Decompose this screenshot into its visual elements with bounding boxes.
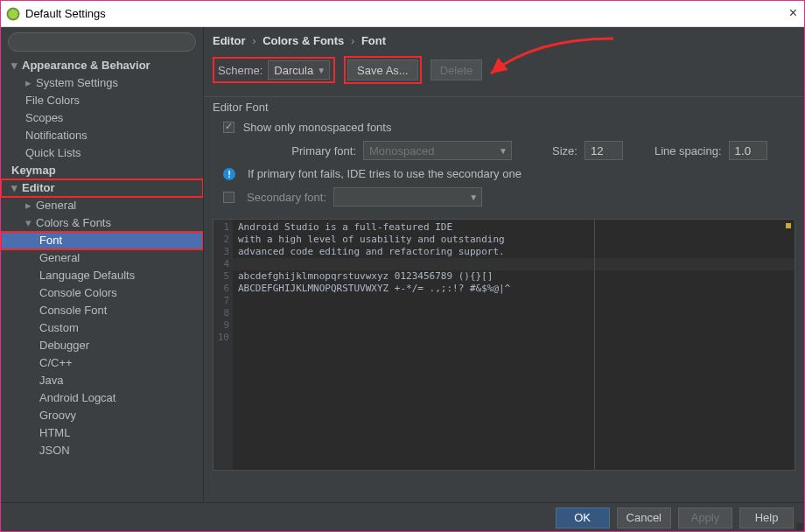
font-preview: 12345678910 Android Studio is a full-fea… bbox=[213, 219, 795, 471]
tree-item-label: Console Colors bbox=[39, 286, 117, 299]
tree-item-html[interactable]: HTML bbox=[1, 424, 203, 442]
tree-item-label: JSON bbox=[39, 444, 70, 457]
dialog-footer: OK Cancel Apply Help bbox=[1, 502, 804, 532]
tree-item-label: Quick Lists bbox=[25, 146, 81, 159]
tree-item-console-colors[interactable]: Console Colors bbox=[1, 284, 203, 302]
monospaced-checkbox[interactable] bbox=[223, 122, 234, 133]
monospaced-label: Show only monospaced fonts bbox=[243, 121, 392, 134]
caret-down-icon: ▼ bbox=[499, 146, 508, 156]
size-input[interactable] bbox=[584, 141, 623, 160]
preview-line: advanced code editing and refactoring su… bbox=[238, 246, 794, 258]
tree-item-groovy[interactable]: Groovy bbox=[1, 407, 203, 424]
tree-item-keymap[interactable]: Keymap bbox=[1, 162, 203, 179]
tree-item-appearance-behavior[interactable]: ▾Appearance & Behavior bbox=[1, 57, 203, 74]
ok-button[interactable]: OK bbox=[556, 508, 610, 528]
scheme-combo[interactable]: Darcula ▼ bbox=[268, 60, 330, 80]
scheme-highlight: Scheme: Darcula ▼ bbox=[213, 57, 335, 83]
primary-font-value: Monospaced bbox=[369, 144, 434, 158]
line-spacing-label: Line spacing: bbox=[654, 144, 722, 158]
tree-item-editor[interactable]: ▾Editor bbox=[1, 179, 203, 197]
tree-item-file-colors[interactable]: File Colors bbox=[1, 92, 203, 109]
breadcrumb-colors-fonts: Colors & Fonts bbox=[262, 34, 344, 47]
tree-item-label: Console Font bbox=[39, 304, 107, 317]
preview-code: Android Studio is a full-featured IDEwit… bbox=[233, 220, 794, 470]
tree-item-general[interactable]: ▸General bbox=[1, 197, 203, 214]
apply-button[interactable]: Apply bbox=[678, 508, 732, 528]
delete-button[interactable]: Delete bbox=[430, 60, 483, 80]
breadcrumb-editor: Editor bbox=[213, 34, 246, 47]
fallback-info: If primary font fails, IDE tries to use … bbox=[248, 167, 522, 180]
tree-item-system-settings[interactable]: ▸System Settings bbox=[1, 74, 203, 92]
preview-line bbox=[238, 295, 794, 307]
preview-divider bbox=[594, 220, 595, 470]
tree-item-java[interactable]: Java bbox=[1, 372, 203, 389]
corner-resize bbox=[796, 523, 803, 530]
tree-item-label: Java bbox=[39, 374, 63, 387]
preview-gutter: 12345678910 bbox=[214, 220, 233, 470]
close-icon[interactable]: × bbox=[789, 5, 797, 21]
tree-item-console-font[interactable]: Console Font bbox=[1, 302, 203, 319]
tree-item-label: System Settings bbox=[36, 76, 118, 89]
tree-item-general[interactable]: General bbox=[1, 249, 203, 267]
preview-line: with a high level of usability and outst… bbox=[238, 234, 794, 246]
caret-down-icon: ▼ bbox=[317, 66, 326, 75]
tree-item-android-logcat[interactable]: Android Logcat bbox=[1, 389, 203, 407]
tree-item-debugger[interactable]: Debugger bbox=[1, 337, 203, 354]
save-as-button[interactable]: Save As... bbox=[347, 60, 418, 80]
tree-item-label: General bbox=[36, 199, 76, 212]
cancel-button[interactable]: Cancel bbox=[617, 508, 671, 528]
info-icon: ! bbox=[223, 168, 235, 180]
tree-item-label: C/C++ bbox=[39, 356, 73, 369]
settings-tree[interactable]: ▾Appearance & Behavior▸System SettingsFi… bbox=[1, 57, 203, 502]
search-input[interactable] bbox=[8, 32, 196, 52]
window-title: Default Settings bbox=[25, 7, 106, 20]
tree-item-label: Font bbox=[39, 234, 62, 247]
secondary-font-label: Secondary font: bbox=[247, 191, 326, 204]
help-button[interactable]: Help bbox=[739, 508, 794, 528]
tree-item-colors-fonts[interactable]: ▾Colors & Fonts bbox=[1, 214, 203, 232]
preview-line bbox=[238, 332, 794, 344]
tree-item-notifications[interactable]: Notifications bbox=[1, 127, 203, 144]
tree-arrow-icon: ▸ bbox=[25, 74, 34, 92]
caret-line bbox=[233, 258, 794, 270]
editor-font-section: Editor Font bbox=[204, 96, 804, 117]
tree-item-label: Custom bbox=[39, 321, 79, 334]
tree-item-scopes[interactable]: Scopes bbox=[1, 109, 203, 127]
tree-arrow-icon: ▾ bbox=[11, 179, 20, 197]
tree-item-quick-lists[interactable]: Quick Lists bbox=[1, 144, 203, 162]
saveas-highlight: Save As... bbox=[344, 56, 422, 84]
line-spacing-input[interactable] bbox=[729, 141, 767, 160]
size-label: Size: bbox=[552, 144, 578, 158]
caret-down-icon: ▼ bbox=[469, 192, 478, 202]
tree-item-label: Groovy bbox=[39, 409, 76, 422]
primary-font-combo[interactable]: Monospaced ▼ bbox=[363, 141, 512, 160]
tree-item-label: Scopes bbox=[25, 111, 63, 124]
tree-item-label: Appearance & Behavior bbox=[22, 59, 150, 72]
tree-item-json[interactable]: JSON bbox=[1, 442, 203, 459]
scheme-label: Scheme: bbox=[218, 64, 262, 77]
preview-marker bbox=[786, 223, 791, 228]
tree-arrow-icon: ▾ bbox=[25, 214, 34, 232]
preview-line bbox=[238, 307, 794, 319]
tree-arrow-icon: ▸ bbox=[25, 197, 34, 214]
secondary-font-checkbox[interactable] bbox=[223, 192, 234, 203]
tree-item-label: File Colors bbox=[25, 94, 80, 107]
secondary-font-combo[interactable]: ▼ bbox=[333, 187, 482, 206]
settings-main: Editor › Colors & Fonts › Font Scheme: D… bbox=[204, 27, 804, 502]
titlebar: Default Settings × bbox=[1, 1, 804, 27]
tree-item-label: Android Logcat bbox=[39, 391, 116, 404]
tree-item-label: Language Defaults bbox=[39, 269, 135, 282]
tree-item-custom[interactable]: Custom bbox=[1, 319, 203, 337]
tree-item-label: Debugger bbox=[39, 339, 89, 352]
chevron-right-icon: › bbox=[351, 34, 354, 47]
tree-item-language-defaults[interactable]: Language Defaults bbox=[1, 267, 203, 284]
tree-item-label: Notifications bbox=[25, 129, 88, 142]
tree-item-label: HTML bbox=[39, 426, 70, 439]
tree-item-font[interactable]: Font bbox=[1, 232, 203, 249]
chevron-right-icon: › bbox=[252, 34, 256, 47]
tree-item-c-c-[interactable]: C/C++ bbox=[1, 354, 203, 372]
breadcrumb-font: Font bbox=[361, 34, 386, 47]
tree-item-label: Colors & Fonts bbox=[36, 216, 111, 229]
tree-arrow-icon: ▾ bbox=[11, 57, 20, 74]
scheme-value: Darcula bbox=[274, 64, 313, 77]
